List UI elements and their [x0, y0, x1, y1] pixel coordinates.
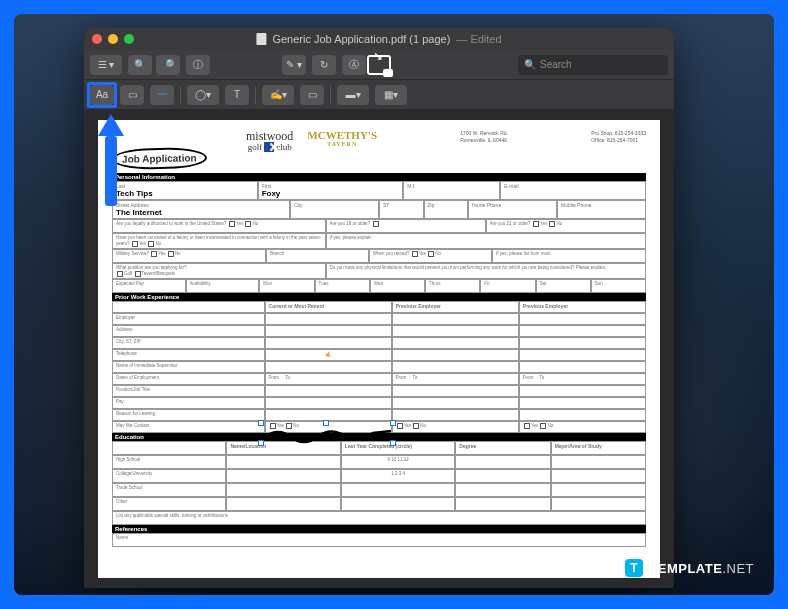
rotate-button[interactable]: ↻	[312, 55, 336, 75]
search-placeholder: Search	[540, 59, 572, 70]
selection-handle[interactable]	[390, 420, 396, 426]
search-input[interactable]: 🔍 Search	[518, 55, 668, 75]
close-window-button[interactable]	[92, 34, 102, 44]
signature-annotation[interactable]	[263, 425, 393, 445]
field-age18: Are you 18 or older?	[326, 219, 486, 233]
field-position: What position are you applying for?Golf …	[112, 263, 326, 279]
share-screen-icon: ↘	[361, 51, 397, 79]
select-icon: ▭	[128, 89, 137, 100]
scotland-flag-icon	[264, 142, 274, 152]
field-homephone: Home Phone	[468, 200, 557, 219]
zoom-out-icon: 🔍	[134, 59, 146, 70]
fullscreen-window-button[interactable]	[124, 34, 134, 44]
watermark: T TEMPLATE.NET	[625, 559, 754, 577]
markup-icon: Ⓐ	[349, 58, 359, 72]
field-zip: Zip	[424, 200, 469, 219]
section-work-exp: Prior Work Experience	[112, 293, 646, 301]
field-skills: List any applicable special skills, trai…	[112, 511, 646, 525]
edited-indicator: — Edited	[456, 33, 501, 45]
sketch-tool-button[interactable]: 〰	[150, 85, 174, 105]
field-street: Street AddressThe Internet	[112, 200, 290, 219]
titlebar[interactable]: Generic Job Application.pdf (1 page) — E…	[84, 28, 674, 50]
field-pay: Expected Pay	[112, 279, 186, 293]
rotate-icon: ↻	[320, 59, 328, 70]
fill-color-button[interactable]: ▦▾	[375, 85, 407, 105]
text-style-button[interactable]: T	[225, 85, 249, 105]
field-age21: Are you 21 or older? Yes No	[486, 219, 646, 233]
field-physical: Do you have any physical limitations tha…	[326, 263, 646, 279]
field-explain2: If yes, please list from most	[492, 249, 646, 263]
pdf-page: Job Application mistwood golf club MCWET…	[98, 120, 660, 578]
brand2-text: MCWETHY'S	[307, 130, 377, 141]
watermark-text: TEMPLATE.NET	[649, 561, 754, 576]
section-references: References	[112, 525, 646, 533]
sketch-icon: 〰	[157, 89, 167, 100]
markup-toolbar: Aa ▭ 〰 ◯▾ T ✍▾ ▭ ▬▾ ▦▾	[84, 80, 674, 110]
field-felony: Have you been convicted of a felony or b…	[112, 233, 326, 249]
watermark-icon: T	[625, 559, 643, 577]
window-title: Generic Job Application.pdf (1 page)	[272, 33, 450, 45]
field-retired: When you retired? Yes No	[369, 249, 492, 263]
text-style-icon: T	[234, 89, 240, 100]
section-personal: Personal Information	[112, 173, 646, 181]
field-felony-explain: If yes, please explain	[326, 233, 646, 249]
field-city: City	[290, 200, 379, 219]
selection-handle[interactable]	[323, 420, 329, 426]
field-mobile: Mobile Phone	[557, 200, 646, 219]
field-avail: Availability	[186, 279, 260, 293]
field-military: Military Service? Yes No	[112, 249, 266, 263]
field-last: LastTech Tips	[112, 181, 258, 200]
sign-button[interactable]: ✍▾	[262, 85, 294, 105]
form-title: Job Application	[112, 147, 207, 170]
main-toolbar: ☰ ▾ 🔍 🔎 ⓘ ✎ ▾ ↻ Ⓐ ↘ 🔍 Search	[84, 50, 674, 80]
shapes-icon: ◯▾	[195, 89, 211, 100]
fill-icon: ▦▾	[384, 89, 398, 100]
toolbar-separator	[330, 86, 331, 104]
contact-block-2: Pro Shop: 815-254-3333 Office: 815-254-7…	[591, 130, 646, 144]
callout-arrow	[98, 114, 124, 214]
text-tool-icon: Aa	[96, 89, 108, 100]
field-first: FirstFoxy	[258, 181, 404, 200]
zoom-in-button[interactable]: 🔎	[156, 55, 180, 75]
field-state: ST	[379, 200, 424, 219]
sidebar-toggle-button[interactable]: ☰ ▾	[90, 55, 122, 75]
border-icon: ▬▾	[346, 89, 361, 100]
mistwood-logo: mistwood golf club	[246, 130, 293, 152]
search-icon: 🔍	[524, 59, 536, 70]
field-email: E-mail	[500, 181, 646, 200]
selection-tool-button[interactable]: ▭	[120, 85, 144, 105]
zoom-out-button[interactable]: 🔍	[128, 55, 152, 75]
view-mode-button[interactable]: ⓘ	[186, 55, 210, 75]
note-icon: ▭	[308, 89, 317, 100]
mcwethys-logo: MCWETHY'S TAVERN	[307, 130, 377, 147]
toolbar-separator	[180, 86, 181, 104]
shapes-button[interactable]: ◯▾	[187, 85, 219, 105]
border-color-button[interactable]: ▬▾	[337, 85, 369, 105]
preview-window: Generic Job Application.pdf (1 page) — E…	[84, 28, 674, 588]
selection-handle[interactable]	[258, 420, 264, 426]
pencil-icon: ✎ ▾	[286, 59, 302, 70]
zoom-in-icon: 🔎	[162, 59, 174, 70]
sign-icon: ✍▾	[270, 89, 287, 100]
sidebar-icon: ☰ ▾	[98, 59, 115, 70]
field-auth: Are you legally authorized to work in th…	[112, 219, 326, 233]
contact-block: 1700 W. Renwick Rd. Romeoville, IL 60446	[460, 130, 508, 144]
document-icon	[256, 33, 266, 45]
text-tool-button[interactable]: Aa	[90, 85, 114, 105]
highlight-button[interactable]: ✎ ▾	[282, 55, 306, 75]
selection-handle[interactable]	[258, 440, 264, 446]
document-viewport[interactable]: Job Application mistwood golf club MCWET…	[84, 110, 674, 588]
minimize-window-button[interactable]	[108, 34, 118, 44]
note-button[interactable]: ▭	[300, 85, 324, 105]
toolbar-separator	[255, 86, 256, 104]
brand1-text: mistwood	[246, 130, 293, 142]
field-mi: M.I.	[403, 181, 500, 200]
info-icon: ⓘ	[193, 58, 203, 72]
selection-handle[interactable]	[390, 440, 396, 446]
field-branch: Branch	[266, 249, 369, 263]
